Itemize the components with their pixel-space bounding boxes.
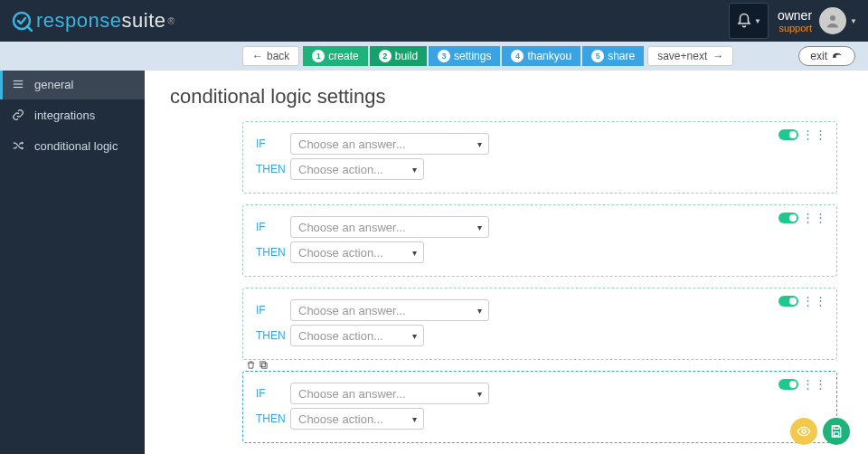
user-role: support xyxy=(778,23,812,33)
svg-line-1 xyxy=(27,26,32,31)
svg-rect-8 xyxy=(259,361,265,366)
page-title: conditional logic settings xyxy=(170,85,843,109)
back-button[interactable]: back xyxy=(242,46,299,66)
sidebar-item-label: integrations xyxy=(34,109,95,122)
rule-box: ⋮⋮IFChoose an answer...THENChoose action… xyxy=(242,121,837,194)
drag-handle-icon[interactable]: ⋮⋮ xyxy=(802,298,827,304)
registered-mark-icon: ® xyxy=(168,16,175,26)
app-logo: responsesuite® xyxy=(11,9,175,33)
avatar-icon xyxy=(825,13,841,29)
rule-toggle[interactable] xyxy=(778,213,798,223)
logo-text-2: suite xyxy=(122,9,166,33)
action-select[interactable]: Choose action... xyxy=(290,241,424,263)
preview-fab[interactable] xyxy=(790,418,817,445)
then-label: THEN xyxy=(256,163,290,175)
sidebar-item-integrations[interactable]: integrations xyxy=(0,99,145,130)
bell-icon xyxy=(736,13,752,29)
if-label: IF xyxy=(256,304,290,317)
answer-select[interactable]: Choose an answer... xyxy=(290,216,489,238)
sidebar-item-general[interactable]: general xyxy=(0,69,145,99)
svg-rect-13 xyxy=(834,426,838,429)
step-build[interactable]: 2build xyxy=(370,46,427,66)
rule-toggle[interactable] xyxy=(778,296,798,307)
rule-box: ⋮⋮IFChoose an answer...THENChoose action… xyxy=(242,288,837,360)
content: conditional logic settings ⋮⋮IFChoose an… xyxy=(145,69,868,454)
sidebar-item-label: conditional logic xyxy=(34,139,118,153)
main-layout: generalintegrationsconditional logic con… xyxy=(0,69,868,454)
sidebar-item-label: general xyxy=(34,78,73,91)
step-create[interactable]: 1create xyxy=(303,46,367,66)
then-label: THEN xyxy=(256,329,290,342)
step-number: 5 xyxy=(591,50,604,62)
app-header: responsesuite® ▼ owner support ▼ xyxy=(0,0,868,42)
user-name: owner xyxy=(778,8,812,23)
user-menu[interactable]: owner support ▼ xyxy=(778,7,857,34)
step-number: 4 xyxy=(511,50,524,62)
logo-mark-icon xyxy=(11,10,33,32)
if-label: IF xyxy=(256,137,290,150)
workflow-toolbar: back 1create2build3settings4thankyou5sha… xyxy=(0,42,868,71)
exit-button[interactable]: exit xyxy=(798,46,855,66)
svg-rect-6 xyxy=(14,87,24,88)
svg-rect-4 xyxy=(14,80,24,81)
action-select[interactable]: Choose action... xyxy=(290,408,424,430)
save-icon xyxy=(829,424,844,439)
drag-handle-icon[interactable]: ⋮⋮ xyxy=(802,215,827,221)
action-select[interactable]: Choose action... xyxy=(290,158,424,180)
logo-text-1: response xyxy=(36,9,122,33)
if-label: IF xyxy=(256,387,290,400)
chevron-down-icon: ▼ xyxy=(850,17,857,25)
sidebar: generalintegrationsconditional logic xyxy=(0,69,145,454)
step-share[interactable]: 5share xyxy=(582,46,644,66)
avatar xyxy=(819,7,846,34)
eye-icon xyxy=(797,424,811,439)
link-icon xyxy=(11,108,25,122)
rule-toggle[interactable] xyxy=(778,379,798,390)
drag-handle-icon[interactable]: ⋮⋮ xyxy=(802,382,827,387)
save-next-button[interactable]: save+next xyxy=(647,46,733,66)
answer-select[interactable]: Choose an answer... xyxy=(290,133,489,155)
step-thankyou[interactable]: 4thankyou xyxy=(502,46,580,66)
step-label: build xyxy=(395,50,418,62)
svg-point-2 xyxy=(830,15,835,21)
save-fab[interactable] xyxy=(823,418,850,445)
floating-actions xyxy=(790,418,850,445)
step-label: settings xyxy=(454,50,491,62)
action-select[interactable]: Choose action... xyxy=(290,325,424,346)
rule-box: ⋮⋮IFChoose an answer...THENChoose action… xyxy=(242,204,837,277)
svg-point-12 xyxy=(802,430,806,433)
svg-rect-14 xyxy=(834,432,838,436)
drag-handle-icon[interactable]: ⋮⋮ xyxy=(802,132,827,137)
then-label: THEN xyxy=(256,246,290,259)
exit-arrow-icon xyxy=(831,51,844,61)
shuffle-icon xyxy=(11,138,25,153)
if-label: IF xyxy=(256,221,290,233)
step-label: create xyxy=(328,50,358,62)
step-settings[interactable]: 3settings xyxy=(429,46,500,66)
sidebar-item-conditional-logic[interactable]: conditional logic xyxy=(0,130,145,161)
rule-box: ⋮⋮IFChoose an answer...THENChoose action… xyxy=(242,371,837,443)
step-number: 3 xyxy=(438,50,450,62)
answer-select[interactable]: Choose an answer... xyxy=(290,299,489,321)
svg-rect-7 xyxy=(261,363,267,368)
chevron-down-icon: ▼ xyxy=(754,17,761,25)
answer-select[interactable]: Choose an answer... xyxy=(290,383,489,404)
notifications-button[interactable]: ▼ xyxy=(729,3,769,39)
step-number: 2 xyxy=(379,50,392,62)
delete-rule-icon[interactable] xyxy=(245,359,256,370)
step-label: share xyxy=(608,50,635,62)
then-label: THEN xyxy=(256,412,290,425)
menu-icon xyxy=(11,77,25,91)
svg-rect-5 xyxy=(14,83,24,84)
copy-rule-icon[interactable] xyxy=(258,359,269,370)
step-number: 1 xyxy=(312,50,325,62)
rule-toggle[interactable] xyxy=(778,129,798,140)
step-label: thankyou xyxy=(527,50,571,62)
